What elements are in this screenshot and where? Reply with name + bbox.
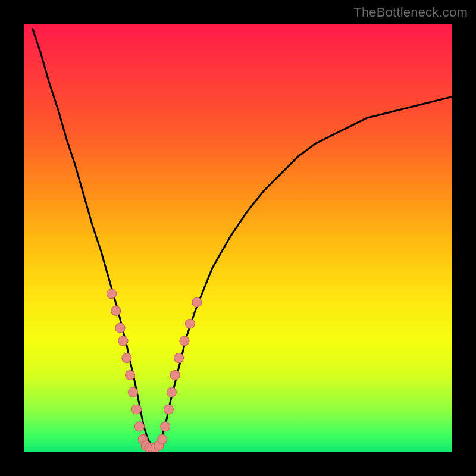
bottleneck-curve [32,28,452,448]
marker-dot [115,323,125,333]
marker-dot [161,422,170,431]
chart-container: TheBottleneck.com [0,0,476,476]
marker-dot [158,434,167,444]
marker-dots [107,289,202,452]
curve-svg [24,24,452,452]
marker-dot [129,387,138,397]
marker-dot [185,319,195,328]
marker-dot [131,405,141,414]
marker-dot [134,422,144,431]
plot-area [24,24,452,452]
marker-dot [174,353,184,363]
marker-dot [180,336,189,346]
marker-dot [122,353,131,363]
marker-dot [170,370,180,380]
marker-dot [107,289,117,299]
marker-dot [164,405,173,414]
marker-dot [111,306,121,315]
marker-dot [167,387,176,397]
marker-dot [192,298,202,307]
marker-dot [126,370,135,380]
marker-dot [118,336,128,346]
watermark-text: TheBottleneck.com [353,5,468,20]
